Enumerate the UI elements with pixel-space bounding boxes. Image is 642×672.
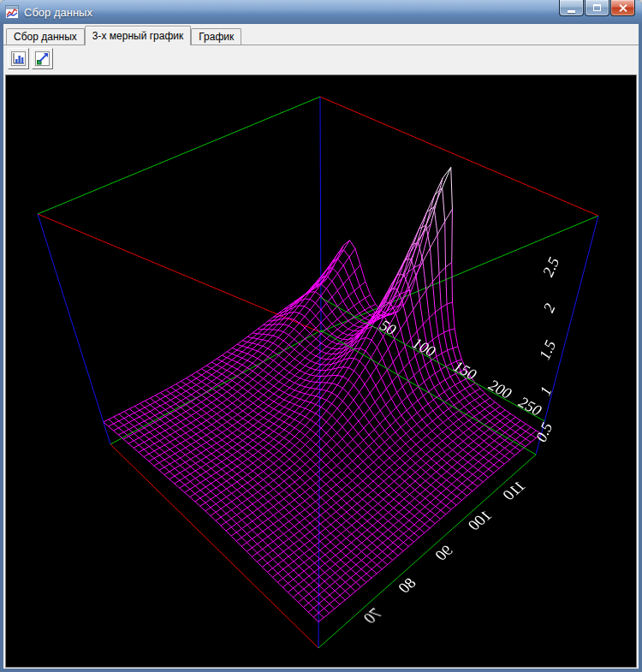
app-window: Сбор данных Сбор данных3-х мерный график… [0, 0, 642, 672]
toolbar [3, 45, 639, 74]
bar-chart-icon [11, 51, 26, 66]
tab-bar: Сбор данных3-х мерный графикГрафик [3, 24, 639, 45]
title-bar[interactable]: Сбор данных [0, 0, 642, 24]
surface-plot-canvas[interactable] [6, 75, 636, 667]
tab-graph[interactable]: График [191, 28, 241, 45]
client-area: Сбор данных3-х мерный графикГрафик [3, 24, 639, 669]
chart-settings-button[interactable] [8, 48, 29, 69]
maximize-icon [593, 4, 601, 11]
window-controls [559, 0, 635, 16]
minimize-icon [568, 10, 575, 13]
minimize-button[interactable] [559, 0, 584, 16]
app-icon[interactable] [5, 5, 19, 19]
tab-3d-graph[interactable]: 3-х мерный график [85, 26, 191, 45]
maximize-button[interactable] [585, 0, 609, 16]
scale-mode-button[interactable] [32, 48, 53, 69]
close-icon [618, 3, 627, 13]
plot-area: 501001502002501101009080702.521.510.5 [5, 74, 637, 668]
scale-arrow-icon [35, 51, 50, 66]
window-title: Сбор данных [24, 6, 92, 19]
tab-data-collection[interactable]: Сбор данных [6, 28, 85, 45]
close-button[interactable] [610, 0, 635, 16]
